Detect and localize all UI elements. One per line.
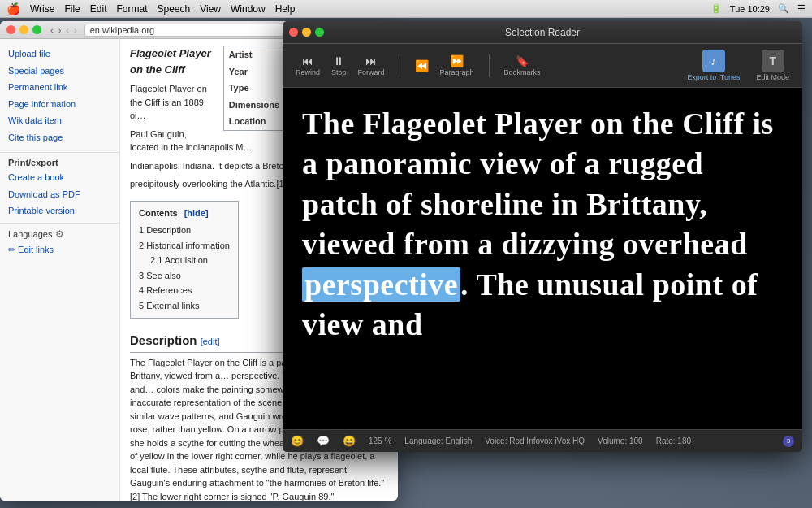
- toc-item-1[interactable]: 1 Description: [139, 223, 230, 238]
- highlighted-word: perspective: [302, 267, 460, 302]
- status-indicator: 3: [783, 436, 794, 447]
- menu-window[interactable]: Window: [231, 3, 266, 15]
- toc-title: Contents [hide]: [139, 206, 230, 220]
- sidebar-print-label: Print/export: [0, 156, 119, 169]
- minimize-button[interactable]: [19, 25, 28, 34]
- datetime: Tue 10:29: [730, 4, 770, 14]
- export-itunes-button[interactable]: ♪ Export to iTunes: [682, 47, 745, 84]
- apple-menu[interactable]: 🍎: [6, 2, 20, 15]
- bookmarks-button[interactable]: 🔖 Bookmarks: [499, 53, 546, 79]
- paragraph-controls: ⏪ ⏩ Paragraph: [410, 52, 479, 79]
- desktop: ‹ › ‹ › en.wikipedia.org ↻ Upload file S…: [0, 18, 812, 508]
- menu-icon[interactable]: ☰: [797, 3, 806, 14]
- type-label: Type: [223, 80, 284, 97]
- forward-icon: ⏭: [365, 54, 377, 67]
- close-button[interactable]: [6, 25, 15, 34]
- year-label: Year: [223, 63, 284, 80]
- sidebar-create-book[interactable]: Create a book: [0, 169, 119, 186]
- edit-mode-label: Edit Mode: [756, 73, 789, 81]
- forward-label: Forward: [358, 68, 385, 76]
- back-button[interactable]: ‹: [48, 25, 56, 35]
- rewind-label: Rewind: [296, 68, 320, 76]
- reader-title: Selection Reader: [505, 27, 580, 38]
- reader-maximize-button[interactable]: [315, 28, 324, 37]
- volume-info: Volume: 100: [598, 436, 643, 445]
- sidebar-printable-version[interactable]: Printable version: [0, 202, 119, 219]
- sidebar-special-pages[interactable]: Special pages: [0, 63, 119, 80]
- reader-minimize-button[interactable]: [302, 28, 311, 37]
- nav-fwd2[interactable]: ›: [71, 25, 80, 35]
- toolbar-separator-2: [489, 54, 490, 77]
- menubar-right: 🔋 Tue 10:29 🔍 ☰: [710, 3, 806, 14]
- search-icon[interactable]: 🔍: [778, 3, 789, 14]
- bookmark-icon: 🔖: [516, 55, 529, 67]
- rate-info: Rate: 180: [656, 436, 691, 445]
- sidebar-wikidata-item[interactable]: Wikidata item: [0, 112, 119, 129]
- nav-back2[interactable]: ‹: [63, 25, 71, 35]
- menu-edit[interactable]: Edit: [90, 3, 107, 15]
- bookmarks-label: Bookmarks: [504, 68, 541, 76]
- menu-format[interactable]: Format: [116, 3, 147, 15]
- stop-label: Stop: [331, 68, 347, 76]
- menu-file[interactable]: File: [64, 3, 80, 15]
- zoom-level: 125 %: [369, 436, 391, 445]
- sidebar: Upload file Special pages Permanent link…: [0, 39, 120, 501]
- stop-icon: ⏸: [333, 54, 344, 67]
- edit-mode-icon: T: [762, 50, 784, 72]
- reader-statusbar: 😊 💬 😄 125 % Language: English Voice: Rod…: [283, 429, 802, 452]
- table-of-contents: Contents [hide] 1 Description 2 Historic…: [130, 201, 239, 319]
- menu-wrise[interactable]: Wrise: [30, 3, 54, 15]
- toc-item-2[interactable]: 2 Historical information: [139, 238, 230, 254]
- traffic-lights: [6, 25, 41, 34]
- sidebar-tools: Upload file Special pages Permanent link…: [0, 46, 119, 145]
- sidebar-upload-file[interactable]: Upload file: [0, 46, 119, 63]
- reader-titlebar: Selection Reader: [283, 21, 802, 44]
- sidebar-download-pdf[interactable]: Download as PDF: [0, 186, 119, 203]
- sidebar-page-info[interactable]: Page information: [0, 96, 119, 113]
- battery-icon: 🔋: [710, 3, 722, 14]
- sidebar-edit-links[interactable]: ✏ Edit links: [0, 241, 119, 258]
- playback-controls: ⏮ Rewind ⏸ Stop ⏭ Forward: [291, 52, 390, 79]
- menu-help[interactable]: Help: [275, 3, 296, 15]
- forward-button[interactable]: ⏭ Forward: [353, 52, 390, 79]
- maximize-button[interactable]: [32, 25, 41, 34]
- location-label: Location: [223, 113, 284, 130]
- toc-item-5[interactable]: 5 External links: [139, 298, 230, 314]
- sidebar-permanent-link[interactable]: Permanent link: [0, 79, 119, 96]
- edit-mode-button[interactable]: T Edit Mode: [751, 47, 794, 84]
- voice-info: Voice: Rod Infovox iVox HQ: [485, 436, 585, 445]
- menu-bar: 🍎 Wrise File Edit Format Speech View Win…: [0, 0, 812, 18]
- reader-toolbar: ⏮ Rewind ⏸ Stop ⏭ Forward ⏪ ⏩: [283, 44, 802, 88]
- right-toolbar-group: ♪ Export to iTunes T Edit Mode: [676, 47, 794, 84]
- toc-item-4[interactable]: 4 References: [139, 283, 230, 298]
- reader-paragraph: The Flageolet Player on the Cliff is a p…: [302, 104, 783, 345]
- toc-item-2-1[interactable]: 2.1 Acquisition: [139, 253, 230, 268]
- toc-hide[interactable]: [hide]: [184, 206, 209, 220]
- emoji-2[interactable]: 💬: [317, 435, 330, 447]
- reader-traffic-lights: [289, 28, 324, 37]
- toolbar-separator-1: [400, 54, 400, 77]
- emoji-3[interactable]: 😄: [343, 435, 356, 447]
- edit-link[interactable]: [edit]: [201, 336, 220, 346]
- toc-item-3[interactable]: 3 See also: [139, 268, 230, 284]
- paragraph-back-button[interactable]: ⏪: [410, 57, 434, 75]
- paragraph-forward-icon: ⏩: [450, 54, 464, 67]
- forward-button[interactable]: ›: [56, 25, 64, 35]
- language-info: Language: English: [404, 436, 472, 445]
- dimensions-label: Dimensions: [223, 97, 284, 114]
- reader-text-before: The Flageolet Player on the Cliff is a p…: [302, 106, 774, 261]
- paragraph-back-icon: ⏪: [415, 59, 429, 72]
- gear-icon[interactable]: ⚙: [55, 228, 64, 240]
- itunes-icon: ♪: [702, 50, 725, 72]
- stop-button[interactable]: ⏸ Stop: [326, 52, 352, 79]
- menu-view[interactable]: View: [200, 3, 221, 15]
- languages-label: Languages: [8, 229, 52, 239]
- sidebar-cite-page[interactable]: Cite this page: [0, 129, 119, 146]
- paragraph-forward-button[interactable]: ⏩ Paragraph: [435, 52, 479, 79]
- reader-close-button[interactable]: [289, 28, 298, 37]
- emoji-1[interactable]: 😊: [291, 435, 304, 447]
- rewind-button[interactable]: ⏮ Rewind: [291, 52, 325, 79]
- paragraph-label: Paragraph: [440, 68, 474, 76]
- menu-speech[interactable]: Speech: [158, 3, 191, 15]
- reader-text-display: The Flageolet Player on the Cliff is a p…: [283, 88, 802, 429]
